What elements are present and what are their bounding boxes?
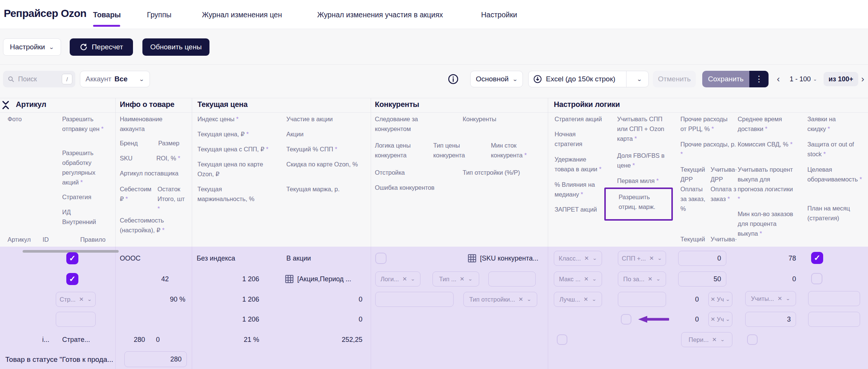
recalc-button[interactable]: Пересчет	[70, 38, 133, 56]
info-icon[interactable]	[448, 73, 459, 85]
chevron-down-icon: ⌄	[591, 297, 596, 302]
col-artikul[interactable]: Артикул	[8, 236, 31, 243]
row5-period-select[interactable]: Пери...✕⌄	[681, 332, 732, 347]
row4-oos-input[interactable]	[808, 312, 860, 327]
cell-current-price-spp: 1 206	[229, 296, 259, 303]
cell-promo-link[interactable]: [Акция,Период ...	[284, 274, 351, 284]
page-range-dropdown[interactable]: 1 - 100 ⌄	[790, 75, 817, 83]
row1-promo-strategy-select[interactable]: Класс...✕⌄	[554, 251, 602, 266]
col-other-costs-pct: Прочие расходы от РРЦ, % *	[680, 114, 734, 134]
clear-icon[interactable]: ✕	[584, 255, 589, 262]
clear-icon[interactable]: ✕	[584, 276, 589, 282]
group-competitors: Конкуренты	[375, 100, 419, 109]
clear-icon[interactable]: ✕	[778, 295, 782, 302]
clear-icon[interactable]: ✕	[649, 255, 654, 262]
clear-icon[interactable]: ✕	[711, 316, 715, 323]
required-star: *	[157, 205, 160, 212]
row5-promo-ban-checkbox[interactable]	[557, 334, 567, 345]
save-button[interactable]: Сохранить	[702, 71, 749, 87]
row3-promo-strategy-select[interactable]: Лучш...✕⌄	[554, 292, 602, 307]
row1-discount-requests-checkbox[interactable]: ✓	[811, 252, 823, 264]
tab-settings[interactable]: Настройки	[481, 11, 517, 19]
chevron-down-icon: ⌄	[49, 44, 54, 50]
clear-icon[interactable]: ✕	[584, 296, 588, 303]
col-card-discount: Скидка по карте Ozon, %	[286, 159, 373, 169]
row3-strategy-select[interactable]: Стр...✕⌄	[56, 292, 96, 307]
col-promo-part: Участие в акции	[286, 114, 369, 124]
row3-buyout-select[interactable]: Учиты...✕⌄	[745, 291, 796, 306]
col-promo-strategy: Стратегия акций	[555, 114, 609, 124]
row4-min-orders-input[interactable]: 3	[745, 312, 796, 327]
view-select[interactable]: Основной ⌄	[470, 71, 523, 87]
row3-oos-input[interactable]	[808, 291, 860, 306]
row1-allow-send-checkbox[interactable]: ✓	[66, 252, 78, 264]
row4-consider-drr-select[interactable]: ✕Уч⌄	[708, 312, 732, 327]
clear-icon[interactable]: ✕	[712, 336, 717, 343]
col-competitors: Конкуренты	[463, 114, 530, 124]
export-select[interactable]: Excel (до 150к строк) ⌄	[528, 71, 649, 87]
row2-min-stock-input[interactable]	[488, 271, 536, 287]
row3-spp-input[interactable]	[618, 292, 666, 307]
tab-tovary[interactable]: Товары	[93, 11, 121, 19]
row1-follow-checkbox[interactable]	[375, 253, 387, 264]
tab-promo-log[interactable]: Журнал изменения участия в акциях	[317, 11, 443, 19]
row2-spp-mode-select[interactable]: По за...✕⌄	[618, 271, 666, 287]
settings-dropdown-button[interactable]: Настройки⌄	[3, 38, 61, 56]
row3-offset-input[interactable]	[375, 292, 454, 307]
cell-internal-id: і...	[42, 336, 49, 344]
required-star: *	[599, 166, 601, 172]
clear-icon[interactable]: ✕	[711, 296, 715, 303]
cell-account-name: ОООС	[120, 255, 141, 262]
clear-icon[interactable]: ✕	[402, 276, 407, 282]
tab-gruppy[interactable]: Группы	[147, 11, 171, 19]
row2-price-logic-select[interactable]: Логи...✕⌄	[375, 271, 420, 287]
cell-margin-rub: 252,25	[332, 336, 362, 344]
collapse-columns-icon[interactable]	[2, 100, 10, 110]
required-star: *	[634, 135, 637, 142]
row4-strategy-input[interactable]	[56, 312, 96, 327]
row2-discount-requests-checkbox[interactable]	[811, 273, 822, 284]
clear-icon[interactable]: ✕	[460, 276, 465, 282]
page-next-button[interactable]: ›	[861, 74, 864, 84]
row6-cost-setting-input[interactable]: 280	[124, 351, 187, 367]
col-consider-drr: Учитыва· ДРР Оплата з заказ *	[711, 165, 738, 204]
toolbar-separator	[0, 64, 868, 65]
tab-price-log[interactable]: Журнал изменения цен	[202, 11, 282, 19]
search-input[interactable]	[17, 75, 59, 84]
row3-offset-type-select[interactable]: Тип отстройки...✕⌄	[463, 292, 537, 307]
col-id[interactable]: ID	[43, 236, 49, 243]
clear-icon[interactable]: ✕	[648, 276, 653, 282]
group-artikul: Артикул	[16, 100, 46, 109]
cell-competitor-link[interactable]: [SKU конкурента...	[467, 253, 538, 263]
update-prices-button[interactable]: Обновить цены	[142, 38, 209, 56]
row3-consider-drr-select[interactable]: ✕Уч⌄	[708, 292, 732, 307]
row4-first-mile-checkbox[interactable]	[621, 314, 631, 325]
row1-other-costs-input[interactable]: 0	[678, 251, 726, 266]
chevron-down-icon: ⌄	[592, 256, 597, 261]
clear-icon[interactable]: ✕	[79, 296, 84, 303]
page-prev-button[interactable]: ‹	[777, 74, 780, 84]
search-field[interactable]: /	[3, 71, 75, 87]
row1-spp-mode-select[interactable]: СПП +...✕⌄	[618, 251, 666, 266]
col-median-influence: % Влияния на медиану *	[555, 180, 604, 199]
row5-buyout-checkbox[interactable]	[747, 334, 758, 345]
account-select[interactable]: АккаунтВсе ⌄	[80, 71, 150, 87]
row2-allow-regular-checkbox[interactable]: ✓	[66, 273, 78, 285]
app-logo: Репрайсер Ozon	[4, 8, 86, 20]
required-star: *	[162, 227, 164, 233]
row2-other-costs-input[interactable]: 50	[678, 271, 726, 287]
column-divider	[371, 98, 371, 247]
cancel-button[interactable]: Отменить	[653, 71, 696, 87]
annotation-arrow	[637, 316, 669, 323]
save-menu-button[interactable]: ⋮	[749, 71, 769, 87]
slash-shortcut-badge: /	[62, 74, 72, 84]
col-other-costs-rub: Прочие расходы, р. *	[680, 139, 738, 159]
clear-icon[interactable]: ✕	[518, 296, 523, 303]
table-grid-icon	[467, 253, 477, 263]
required-star: *	[828, 125, 830, 132]
group-header-border	[0, 112, 868, 113]
required-star: *	[680, 151, 683, 157]
row2-price-type-select[interactable]: Тип ...✕⌄	[432, 271, 479, 287]
row2-promo-strategy-select[interactable]: Макс ...✕⌄	[554, 271, 602, 287]
required-star: *	[246, 131, 249, 137]
